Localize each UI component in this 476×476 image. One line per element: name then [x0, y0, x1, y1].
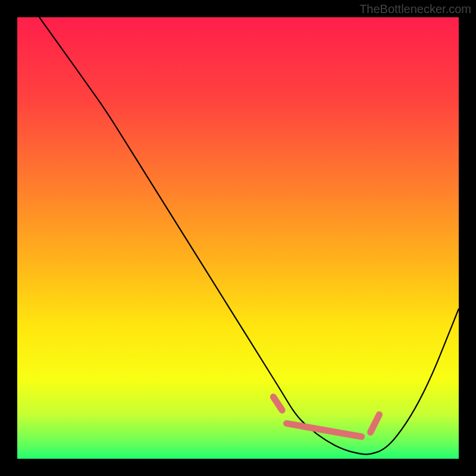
plot-area: [17, 17, 459, 459]
chart-container: TheBottlenecker.com: [0, 0, 476, 476]
watermark-text: TheBottlenecker.com: [359, 2, 471, 16]
chart-svg: [17, 17, 459, 459]
gradient-background: [17, 17, 459, 459]
